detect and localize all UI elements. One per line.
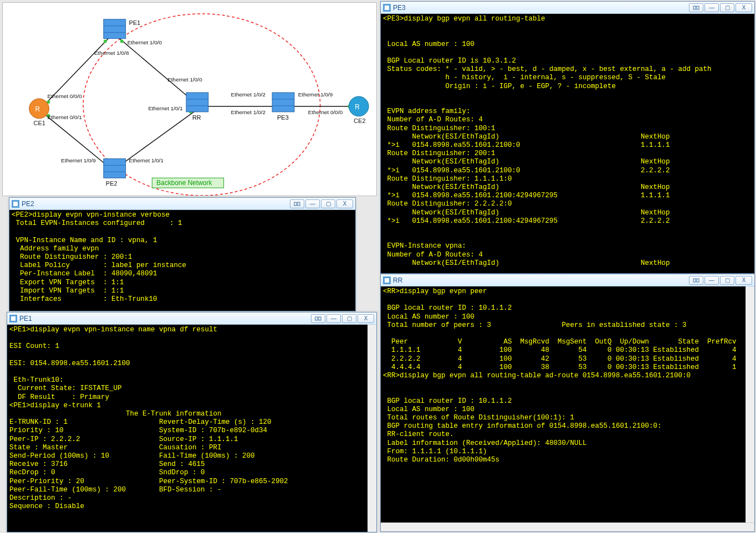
svg-rect-59 bbox=[315, 317, 318, 320]
svg-point-7 bbox=[104, 40, 107, 43]
maximize-button[interactable]: ▢ bbox=[720, 3, 734, 12]
node-pe2: PE2 bbox=[104, 158, 126, 187]
close-button[interactable]: X bbox=[336, 199, 353, 208]
terminal-pe3[interactable]: <PE3>display bgp evpn all routing-table … bbox=[381, 14, 754, 273]
svg-text:PE2: PE2 bbox=[106, 180, 118, 187]
svg-text:Ethernet 1/0/1: Ethernet 1/0/1 bbox=[148, 105, 183, 111]
svg-text:Ethernet 1/0/1: Ethernet 1/0/1 bbox=[129, 157, 164, 163]
svg-rect-32 bbox=[186, 93, 208, 112]
svg-text:Ethernet 1/0/9: Ethernet 1/0/9 bbox=[298, 91, 333, 98]
title-pe1: PE1 bbox=[19, 315, 32, 322]
app-icon bbox=[383, 276, 391, 284]
aux-button[interactable] bbox=[311, 314, 325, 323]
svg-rect-56 bbox=[298, 202, 300, 206]
titlebar-pe2[interactable]: PE2 — ▢ X bbox=[9, 198, 355, 210]
titlebar-rr[interactable]: RR — ▢ X bbox=[381, 274, 754, 286]
svg-text:RR: RR bbox=[192, 114, 201, 121]
svg-rect-67 bbox=[693, 279, 696, 282]
titlebar-pe1[interactable]: PE1 — ▢ X bbox=[7, 312, 376, 325]
svg-text:CE1: CE1 bbox=[34, 120, 45, 126]
svg-text:Ethernet 0/0/0: Ethernet 0/0/0 bbox=[308, 109, 343, 115]
minimize-button[interactable]: — bbox=[305, 199, 320, 208]
maximize-button[interactable]: ▢ bbox=[342, 314, 356, 323]
maximize-button[interactable]: ▢ bbox=[720, 276, 734, 285]
minimize-button[interactable]: — bbox=[704, 3, 719, 12]
svg-text:PE1: PE1 bbox=[129, 19, 141, 26]
terminal-rr[interactable]: <RR>display bgp evpn peer BGP local rout… bbox=[381, 286, 754, 531]
svg-rect-54 bbox=[13, 202, 18, 206]
scrollbar-horizontal[interactable] bbox=[381, 522, 754, 531]
svg-text:CE2: CE2 bbox=[354, 117, 365, 124]
svg-text:Ethernet 1/0/2: Ethernet 1/0/2 bbox=[231, 91, 266, 98]
svg-text:R: R bbox=[355, 103, 360, 111]
terminal-pe1[interactable]: <PE1>display evpn vpn-instance name vpna… bbox=[7, 325, 376, 532]
svg-rect-66 bbox=[385, 278, 389, 283]
svg-rect-62 bbox=[385, 6, 389, 10]
svg-text:PE3: PE3 bbox=[277, 114, 289, 121]
svg-line-2 bbox=[116, 36, 196, 104]
window-pe2[interactable]: PE2 — ▢ X <PE2>display evpn vpn-instance… bbox=[9, 197, 356, 311]
minimize-button[interactable]: — bbox=[704, 276, 719, 285]
network-diagram: R CE1 R CE2 PE1 PE2 RR PE3 Ethernet 0/0/… bbox=[2, 2, 377, 196]
svg-text:Ethernet 1/0/0: Ethernet 1/0/0 bbox=[167, 76, 202, 83]
svg-rect-28 bbox=[104, 158, 126, 178]
svg-text:Ethernet 0/0/1: Ethernet 0/0/1 bbox=[47, 114, 82, 120]
window-pe3[interactable]: PE3 — ▢ X <PE3>display bgp evpn all rout… bbox=[380, 1, 755, 274]
minimize-button[interactable]: — bbox=[326, 314, 341, 323]
aux-button[interactable] bbox=[689, 3, 703, 12]
svg-rect-55 bbox=[294, 202, 297, 206]
node-ce1: R CE1 bbox=[29, 99, 49, 126]
svg-rect-60 bbox=[319, 317, 321, 320]
close-button[interactable]: X bbox=[735, 276, 752, 285]
svg-text:R: R bbox=[35, 105, 40, 113]
title-pe2: PE2 bbox=[22, 200, 34, 208]
svg-text:Backbone Network: Backbone Network bbox=[156, 179, 212, 187]
node-ce2: R CE2 bbox=[349, 96, 369, 124]
svg-rect-63 bbox=[693, 6, 696, 9]
svg-text:Ethernet 1/0/2: Ethernet 1/0/2 bbox=[231, 109, 266, 115]
svg-rect-24 bbox=[104, 19, 126, 39]
terminal-pe2[interactable]: <PE2>display evpn vpn-instance verbose T… bbox=[9, 210, 355, 311]
scrollbar-vertical[interactable] bbox=[367, 325, 376, 532]
app-icon bbox=[383, 4, 391, 12]
svg-text:Ethernet 1/0/9: Ethernet 1/0/9 bbox=[61, 157, 96, 163]
window-pe1[interactable]: PE1 — ▢ X <PE1>display evpn vpn-instance… bbox=[7, 312, 377, 532]
node-pe1: PE1 bbox=[104, 19, 140, 39]
svg-rect-64 bbox=[697, 6, 699, 9]
aux-button[interactable] bbox=[689, 276, 703, 285]
title-pe3: PE3 bbox=[393, 4, 406, 12]
close-button[interactable]: X bbox=[357, 314, 374, 323]
aux-button[interactable] bbox=[290, 199, 304, 208]
node-pe3: PE3 bbox=[272, 93, 294, 121]
node-rr: RR bbox=[186, 93, 208, 121]
svg-text:Ethernet 1/0/8: Ethernet 1/0/8 bbox=[94, 50, 129, 56]
title-rr: RR bbox=[393, 276, 402, 284]
svg-point-10 bbox=[120, 40, 124, 43]
app-icon bbox=[12, 200, 19, 208]
svg-rect-68 bbox=[697, 279, 699, 282]
scrollbar-vertical[interactable] bbox=[745, 286, 754, 531]
titlebar-pe3[interactable]: PE3 — ▢ X bbox=[381, 2, 754, 14]
svg-text:Ethernet 1/0/0: Ethernet 1/0/0 bbox=[127, 39, 162, 45]
window-rr[interactable]: RR — ▢ X <RR>display bgp evpn peer BGP l… bbox=[380, 274, 755, 532]
svg-rect-36 bbox=[272, 93, 294, 112]
close-button[interactable]: X bbox=[735, 3, 752, 12]
svg-text:Ethernet 0/0/0: Ethernet 0/0/0 bbox=[47, 93, 82, 99]
maximize-button[interactable]: ▢ bbox=[321, 199, 335, 208]
svg-rect-58 bbox=[11, 316, 16, 321]
app-icon bbox=[9, 315, 17, 322]
